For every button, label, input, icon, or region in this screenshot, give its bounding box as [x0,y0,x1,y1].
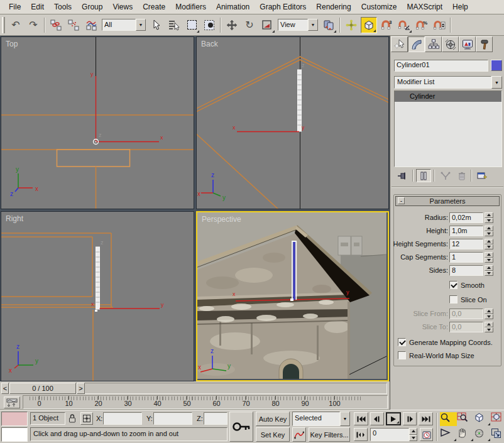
menu-item[interactable]: Create [138,1,170,13]
menu-item[interactable]: Modifiers [170,1,211,13]
pan-button[interactable] [457,428,474,442]
dropdown-arrow-icon[interactable]: ▼ [491,76,502,89]
undo-button[interactable]: ↶ [8,17,24,33]
time-slider-handle[interactable]: 0 / 100 [9,383,76,394]
smooth-checkbox[interactable] [449,281,457,289]
viewport-back[interactable]: z x y z x y Back [196,36,389,209]
modifier-stack-item[interactable]: Cylinder [395,91,501,102]
slice-on-checkbox[interactable] [449,295,457,304]
reference-coordinate-system-dropdown[interactable]: View ▼ [278,19,318,31]
tab-motion[interactable] [442,36,459,52]
slice-to-input[interactable]: 0,0 [449,322,483,332]
unlink-selection-button[interactable] [65,17,82,33]
menu-item[interactable]: Graph Editors [255,1,311,13]
sides-input[interactable]: 8 [449,265,483,276]
menu-item[interactable]: Edit [26,1,49,13]
select-and-scale-button[interactable] [259,17,275,33]
height-segments-spinner[interactable] [485,239,493,249]
modifier-list-dropdown[interactable]: Modifier List ▼ [394,76,502,89]
object-color-swatch[interactable] [491,60,502,71]
remove-modifier-button[interactable] [454,169,469,182]
viewport-perspective[interactable]: x y z x y Perspective [196,211,389,381]
play-button[interactable] [386,412,401,425]
viewport-right[interactable]: z y x z y x Right [1,211,194,381]
snaps-toggle-button[interactable] [361,17,377,33]
dropdown-arrow-icon[interactable]: ▼ [340,412,350,426]
rollout-header[interactable]: - Parameters [395,196,500,206]
selection-filter-dropdown[interactable]: All ▼ [102,19,146,31]
tab-create[interactable] [391,36,408,52]
slice-from-spinner[interactable] [485,309,493,319]
frame-spinner[interactable] [409,428,417,441]
generate-mapping-checkbox[interactable] [398,338,406,346]
menu-item[interactable]: Customize [356,1,402,13]
radius-input[interactable]: 0,02m [449,212,483,223]
previous-frame-arrow[interactable]: < [1,383,9,394]
show-end-result-button[interactable] [416,169,431,182]
modifier-stack[interactable]: Cylinder [394,90,502,167]
slice-to-spinner[interactable] [485,322,493,332]
default-in-out-tangents-button[interactable] [292,427,306,442]
window-crossing-button[interactable] [201,17,217,33]
select-and-move-button[interactable] [224,17,240,33]
zoom-extents-all-button[interactable] [491,412,504,426]
menu-item[interactable]: Views [107,1,138,13]
y-coord-input[interactable] [153,412,192,425]
height-input[interactable]: 1,0m [449,226,483,236]
viewport-top[interactable]: y x z y x z Top [1,36,194,209]
snap-3d-button[interactable]: 3 [378,17,395,33]
previous-frame-button[interactable] [370,412,384,425]
slice-from-input[interactable]: 0,0 [449,309,483,319]
key-mode-toggle-button[interactable] [354,428,368,441]
next-frame-arrow[interactable]: > [77,383,85,394]
tab-utilities[interactable] [476,36,493,52]
zoom-extents-button[interactable] [474,412,491,426]
go-to-start-button[interactable] [354,412,368,425]
field-of-view-button[interactable] [440,428,457,442]
select-object-button[interactable] [148,17,165,33]
spinner-snap-button[interactable] [431,17,447,33]
tab-hierarchy[interactable] [425,36,442,52]
track-bar-ruler[interactable]: 0102030405060708090100 [23,395,388,409]
menu-item[interactable]: Tools [49,1,77,13]
select-and-link-button[interactable] [48,17,64,33]
arc-rotate-button[interactable] [474,428,491,442]
tab-display[interactable] [459,36,476,52]
go-to-end-button[interactable] [419,412,433,425]
x-coord-input[interactable] [103,412,142,425]
height-spinner[interactable] [485,226,493,236]
time-configuration-button[interactable] [420,428,433,441]
toolbar-grip[interactable] [2,17,5,33]
rectangular-selection-region-button[interactable] [184,17,200,33]
menu-item[interactable]: Rendering [311,1,356,13]
percent-snap-button[interactable]: % [414,17,430,33]
menu-item[interactable]: Help [447,1,473,13]
dropdown-arrow-icon[interactable]: ▼ [136,19,146,31]
set-keys-button[interactable] [229,412,253,442]
macro-recorder-pane[interactable] [1,412,28,426]
zoom-all-button[interactable] [457,412,474,426]
make-unique-button[interactable] [438,169,453,182]
key-mode-dropdown[interactable]: Selected ▼ [292,412,350,426]
menu-item[interactable]: Animation [211,1,255,13]
bind-to-space-warp-button[interactable] [83,17,99,33]
menu-item[interactable]: File [4,1,26,13]
menu-item[interactable]: Group [77,1,107,13]
absolute-offset-toggle[interactable] [80,412,93,425]
next-frame-button[interactable] [403,412,417,425]
auto-key-button[interactable]: Auto Key [256,412,290,426]
selection-lock-toggle[interactable] [68,413,77,425]
min-max-toggle-button[interactable] [491,428,504,442]
set-key-button[interactable]: Set Key [256,427,290,442]
use-pivot-point-center-button[interactable] [320,17,337,33]
angle-snap-button[interactable] [396,17,412,33]
object-name-field[interactable]: Cylinder01 [394,60,488,72]
sides-spinner[interactable] [485,265,493,276]
key-filters-button[interactable]: Key Filters... [309,427,350,442]
cap-segments-spinner[interactable] [485,252,493,263]
cap-segments-input[interactable]: 1 [449,252,483,263]
current-frame-input[interactable]: 0 [370,428,409,441]
tab-modify[interactable] [408,36,425,52]
select-by-name-button[interactable] [166,17,182,33]
menu-item[interactable]: MAXScript [402,1,447,13]
